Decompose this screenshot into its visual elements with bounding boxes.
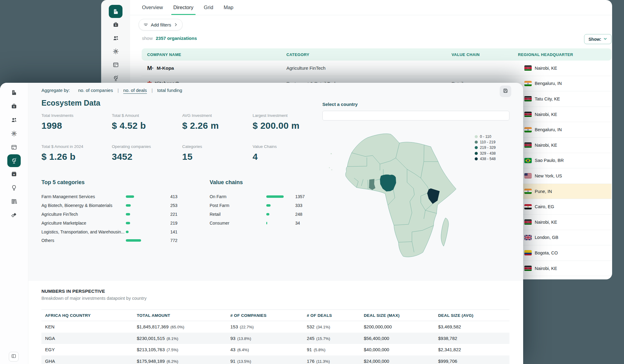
sidebar-item-globe[interactable] xyxy=(7,154,21,167)
num-deals: 245(15.7%) xyxy=(307,336,364,341)
tab-grid[interactable]: Grid xyxy=(204,0,213,15)
stat-value: $ 2.26 m xyxy=(182,121,253,131)
stat-label: Largest Investment xyxy=(253,113,323,118)
legend-label: 0 - 110 xyxy=(480,135,491,139)
legend-item: 110 - 219 xyxy=(475,140,496,144)
stat-value: 4 xyxy=(253,152,323,162)
sidebar-item-briefcase-dollar[interactable]: $ xyxy=(7,100,21,113)
column-header: REGIONAL HEADQUARTER xyxy=(518,52,612,57)
sidebar-item-browser-window[interactable] xyxy=(7,141,21,154)
sidebar-item-gems[interactable] xyxy=(7,208,21,222)
deal-size-avg: $999,706 xyxy=(438,359,509,364)
show-menu-button[interactable]: Show: xyxy=(584,34,612,44)
svg-text:$: $ xyxy=(13,133,15,135)
perspective-header: AFRICA HQ COUNTRYTOTAL AMOUNT# OF COMPAN… xyxy=(41,310,509,321)
stat-card: Total $ Amount$ 4.52 b xyxy=(112,113,182,131)
tab-map[interactable]: Map xyxy=(224,0,233,15)
flag-ke-icon xyxy=(524,266,532,271)
sidebar-item-library[interactable] xyxy=(7,195,21,208)
sidebar-item-buildings[interactable] xyxy=(7,86,21,99)
sidebar-item-users[interactable] xyxy=(109,31,122,45)
flag-eg-icon xyxy=(524,204,532,209)
hq-city: Bogota, CO xyxy=(535,250,558,255)
browser-window-icon xyxy=(112,61,119,68)
gems-icon xyxy=(11,212,17,219)
stat-card: Largest Investment$ 200.00 m xyxy=(253,113,323,131)
separator: | xyxy=(118,88,119,93)
sidebar-item-briefcase-dollar[interactable]: $ xyxy=(109,18,122,31)
aggregate-option-no-of-deals[interactable]: no. of deals xyxy=(123,88,147,93)
sidebar-item-funding-network[interactable]: $ xyxy=(109,45,122,58)
madagascar xyxy=(441,218,448,246)
top-categories-block: Top 5 categories Farm Management Service… xyxy=(41,179,177,245)
directory-table-header: COMPANY NA​MECATEGORYVALUE CHAINREGIONAL… xyxy=(142,48,612,61)
legend-item: 438 - 548 xyxy=(475,157,496,161)
stat-card: Value Chains4 xyxy=(253,144,323,162)
stat-value: 15 xyxy=(182,152,253,162)
globe-icon xyxy=(11,157,17,164)
country-code: GHA xyxy=(41,359,137,364)
deal-size-max: $56,400,000 xyxy=(364,336,438,341)
flag-in-icon xyxy=(524,189,532,194)
panel-collapse-icon xyxy=(11,353,16,360)
column-header: DEAL SIZE (AVG) xyxy=(438,313,509,318)
legend-item: 219 - 329 xyxy=(475,145,496,150)
flag-in-icon xyxy=(524,127,532,132)
tab-bar: OverviewDirectoryGridMap xyxy=(130,0,612,15)
bar-value: 413 xyxy=(170,194,177,199)
bar-value: 141 xyxy=(170,229,177,234)
map-legend: 0 - 110110 - 219219 - 329329 - 438438 - … xyxy=(475,135,496,162)
column-header: DEAL SIZE (MAX) xyxy=(364,313,438,318)
column-header: # OF DEALS xyxy=(307,313,364,318)
background-sidebar: $$ xyxy=(101,0,130,94)
column-header: # OF COMPANIES xyxy=(230,313,307,318)
flag-ke-icon xyxy=(524,112,532,117)
tab-overview[interactable]: Overview xyxy=(142,0,163,15)
aggregate-option-total-funding[interactable]: total funding xyxy=(157,88,182,93)
page-title: Ecosystem Data xyxy=(41,99,100,107)
bar-row: Others772 xyxy=(41,236,177,245)
sidebar-item-browser-window[interactable] xyxy=(109,58,122,72)
organizations-count-link[interactable]: 2357 organizations xyxy=(156,36,197,41)
stat-value: 1998 xyxy=(41,121,112,131)
africa-map xyxy=(315,128,469,259)
results-count: show 2357 organizations xyxy=(142,36,197,41)
africa-outline xyxy=(346,134,456,257)
aggregate-option-no-of-companies[interactable]: no. of companies xyxy=(78,88,113,93)
bar-value: 1357 xyxy=(295,194,305,199)
flag-ke-icon xyxy=(524,219,532,225)
hq-city: London, GB xyxy=(535,235,558,240)
num-companies: 91(13.5%) xyxy=(230,359,307,364)
num-deals: 532(34.1%) xyxy=(307,324,364,329)
table-row[interactable]: M·M-KopaAgriculture FinTechNairobi, KE xyxy=(142,61,612,76)
sidebar-item-calendar-star[interactable]: ★ xyxy=(7,167,21,181)
ecosystem-data-panel: Aggregate by: no. of companies|no. of de… xyxy=(0,83,523,364)
add-filters-button[interactable]: Add filters xyxy=(139,19,183,30)
hq-city: Cairo, EG xyxy=(535,204,554,209)
bar-label: Ag Biotech, Bioenergy & Biomaterials xyxy=(41,203,126,208)
num-deals: 91(5.8%) xyxy=(307,347,364,352)
collapse-sidebar-button[interactable] xyxy=(9,352,19,362)
column-header: AFRICA HQ COUNTRY xyxy=(41,313,137,318)
hq-city: Tatu City, KE xyxy=(535,96,560,101)
add-filters-label: Add filters xyxy=(151,22,171,27)
sidebar-item-lightbulb[interactable] xyxy=(7,181,21,194)
buildings-icon xyxy=(11,89,17,96)
bar-label: Others xyxy=(41,238,126,243)
legend-label: 110 - 219 xyxy=(480,140,495,144)
lightbulb-icon xyxy=(11,184,17,191)
perspective-row: KEN$1,845,817,369(65.0%)153(22.7%)532(34… xyxy=(41,321,509,333)
hq-city: Nairobi, KE xyxy=(535,112,557,117)
sidebar-item-buildings[interactable] xyxy=(109,5,122,18)
bar xyxy=(126,222,130,224)
results-prefix: show xyxy=(142,36,153,41)
stat-card: AVG Investment$ 2.26 m xyxy=(182,113,253,131)
save-button[interactable] xyxy=(500,86,511,97)
sidebar-item-users[interactable] xyxy=(7,113,21,127)
select-country-input[interactable] xyxy=(322,111,509,121)
bar-label: Logistics, Transportation, and Warehousi… xyxy=(41,229,126,234)
tab-directory[interactable]: Directory xyxy=(173,0,193,15)
sidebar-item-funding-network[interactable]: $ xyxy=(7,127,21,140)
bar-value: 34 xyxy=(295,221,305,226)
aggregate-by-label: Aggregate by: xyxy=(41,88,70,93)
